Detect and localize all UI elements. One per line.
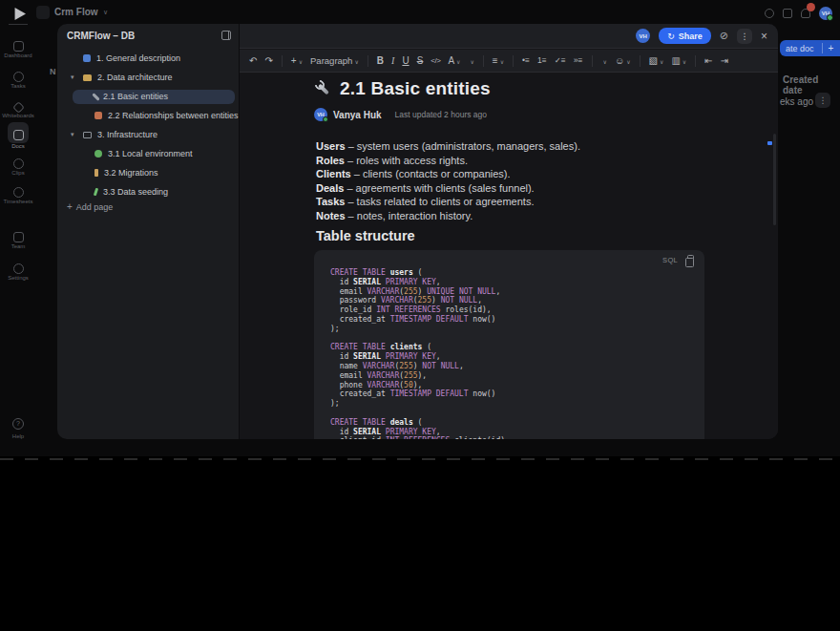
- divider: [368, 55, 368, 67]
- strikethrough-button[interactable]: S: [417, 56, 424, 66]
- emoji-button[interactable]: ☺∨: [615, 56, 631, 66]
- sidebar-label-help: Help: [0, 433, 36, 439]
- toggle-list-button[interactable]: »≡: [574, 56, 583, 65]
- outdent-button[interactable]: ⇤: [704, 56, 712, 66]
- redo-button[interactable]: ↷: [264, 56, 272, 66]
- created-date-column-header: Created date: [783, 74, 840, 95]
- document-header: VH ↻ Share ⊘ ⋮ ×: [240, 24, 778, 49]
- ordered-list-button[interactable]: 1≡: [537, 56, 547, 65]
- tree-item-data-architecture[interactable]: ▾ 2. Data architecture: [57, 68, 239, 87]
- seedling-icon: [94, 188, 98, 197]
- divider: [695, 55, 696, 67]
- doc-tree-panel: CRMFlow – DB 1. General description ▾ 2.…: [57, 24, 239, 439]
- entity-line: Roles – roles with access rights.: [316, 154, 580, 168]
- close-icon[interactable]: ×: [761, 31, 767, 42]
- divider: [592, 55, 593, 67]
- team-icon: [13, 232, 24, 242]
- divider: [483, 55, 484, 67]
- more-options-icon[interactable]: ⋮: [737, 29, 752, 44]
- create-doc-button: ate doc +: [780, 40, 840, 56]
- highlight-color-button[interactable]: ∨: [468, 56, 473, 66]
- add-page-button[interactable]: + Add page: [67, 201, 113, 212]
- user-avatar: VH: [819, 7, 832, 20]
- sidebar-item-docs: [0, 127, 36, 144]
- monitor-icon: [83, 132, 92, 138]
- document-content[interactable]: 2.1 Basic entities VH Vanya Huk Last upd…: [240, 73, 778, 439]
- tree-item-data-seeding[interactable]: 3.3 Data seeding: [57, 182, 239, 201]
- apps-icon: [783, 9, 792, 18]
- share-icon: ↻: [667, 32, 675, 41]
- tree-item-label: 2.2 Relationships between entities: [108, 111, 239, 120]
- insert-image-button[interactable]: ▧∨: [649, 56, 664, 66]
- tree-item-infrastructure[interactable]: ▾ 3. Infrastructure: [57, 125, 239, 144]
- collaborator-avatar: VH: [636, 29, 650, 43]
- sidebar-label-team: Team: [0, 243, 36, 249]
- notification-badge: [807, 3, 815, 11]
- tree-item-local-environment[interactable]: 3.1 Local environment: [57, 144, 239, 163]
- scrollbar-thumb[interactable]: [773, 134, 776, 225]
- environment-icon: [94, 150, 102, 158]
- divider: [282, 55, 283, 67]
- divider: [513, 55, 514, 67]
- tree-item-label: 3.3 Data seeding: [103, 187, 168, 197]
- copy-icon[interactable]: [687, 255, 694, 263]
- migration-icon: [94, 169, 98, 177]
- entity-line: Notes – notes, interaction history.: [316, 209, 580, 223]
- document-panel: VH ↻ Share ⊘ ⋮ × ↶ ↷ +∨ Paragraph∨ B I U…: [239, 24, 778, 439]
- tree-item-relationships[interactable]: 2.2 Relationships between entities: [57, 106, 239, 125]
- tree-item-label: 3.2 Migrations: [104, 168, 158, 178]
- expand-caret-icon[interactable]: ▾: [71, 74, 74, 81]
- code-lines: CREATE TABLE users ( id SERIAL PRIMARY K…: [330, 268, 510, 439]
- bullet-list-button[interactable]: •≡: [522, 56, 530, 65]
- paragraph-style-dropdown[interactable]: Paragraph∨: [310, 56, 359, 66]
- tree-item-label: 2.1 Basic entities: [103, 92, 168, 101]
- puzzle-icon: [94, 112, 102, 119]
- insert-table-button[interactable]: ∨: [601, 56, 607, 66]
- present-icon[interactable]: ⊘: [720, 31, 728, 41]
- entity-line: Users – system users (administrators, ma…: [316, 139, 580, 154]
- entities-list: Users – system users (administrators, ma…: [316, 139, 580, 222]
- doc-row-age: eks ago: [780, 96, 813, 107]
- tree-item-label: 3. Infrastructure: [97, 130, 158, 139]
- italic-button[interactable]: I: [391, 56, 394, 66]
- inline-code-button[interactable]: </>: [430, 57, 440, 65]
- app-logo-icon: [13, 8, 26, 20]
- tree-item-migrations[interactable]: 3.2 Migrations: [57, 163, 239, 182]
- indent-button[interactable]: ⇥: [721, 56, 728, 66]
- undo-button[interactable]: ↶: [249, 56, 257, 66]
- author-avatar: VH: [314, 108, 327, 121]
- columns-button[interactable]: ▥∨: [671, 56, 686, 66]
- plus-icon: +: [67, 201, 73, 212]
- check-list-button[interactable]: ✓≡: [555, 56, 566, 65]
- tree-item-label: 3.1 Local environment: [108, 149, 193, 158]
- sidebar-label-settings: Settings: [0, 275, 36, 281]
- row-kebab-icon: ⋮: [815, 93, 830, 108]
- help-icon: ?: [12, 418, 24, 430]
- underline-button[interactable]: U: [402, 56, 409, 66]
- entity-line: Deals – agreements with clients (sales f…: [316, 181, 580, 196]
- divider: [9, 24, 28, 25]
- share-button[interactable]: ↻ Share: [659, 28, 711, 44]
- sidebar-label-whiteboards: Whiteboards: [0, 113, 36, 118]
- insert-button[interactable]: +∨: [291, 56, 303, 66]
- tree-item-basic-entities[interactable]: 2.1 Basic entities: [73, 90, 235, 104]
- chevron-down-icon: ∨: [103, 9, 108, 16]
- tree-list: 1. General description ▾ 2. Data archite…: [57, 49, 239, 201]
- document-title-row: 2.1 Basic entities: [314, 78, 491, 99]
- sidebar-label-docs: Docs: [0, 143, 36, 149]
- tree-item-label: 2. Data architecture: [97, 73, 173, 82]
- expand-caret-icon[interactable]: ▾: [71, 131, 74, 138]
- tree-item-general-description[interactable]: 1. General description: [57, 49, 239, 68]
- align-button[interactable]: ≡∨: [493, 56, 504, 66]
- timesheets-icon: [13, 187, 24, 198]
- bold-button[interactable]: B: [377, 56, 384, 66]
- sidebar-label-tasks: Tasks: [0, 83, 36, 89]
- text-color-button[interactable]: A∨: [448, 56, 460, 66]
- entity-line: Clients – clients (contacts or companies…: [316, 167, 580, 181]
- book-icon: [83, 54, 91, 62]
- sidebar-label-clips: Clips: [0, 170, 36, 176]
- docs-icon: [13, 130, 24, 140]
- sidebar-label-dashboard: Dashboard: [0, 53, 36, 58]
- collapse-sidebar-icon[interactable]: [221, 31, 231, 40]
- editor-toolbar: ↶ ↷ +∨ Paragraph∨ B I U S </> A∨ ∨ ≡∨ •≡…: [240, 50, 778, 73]
